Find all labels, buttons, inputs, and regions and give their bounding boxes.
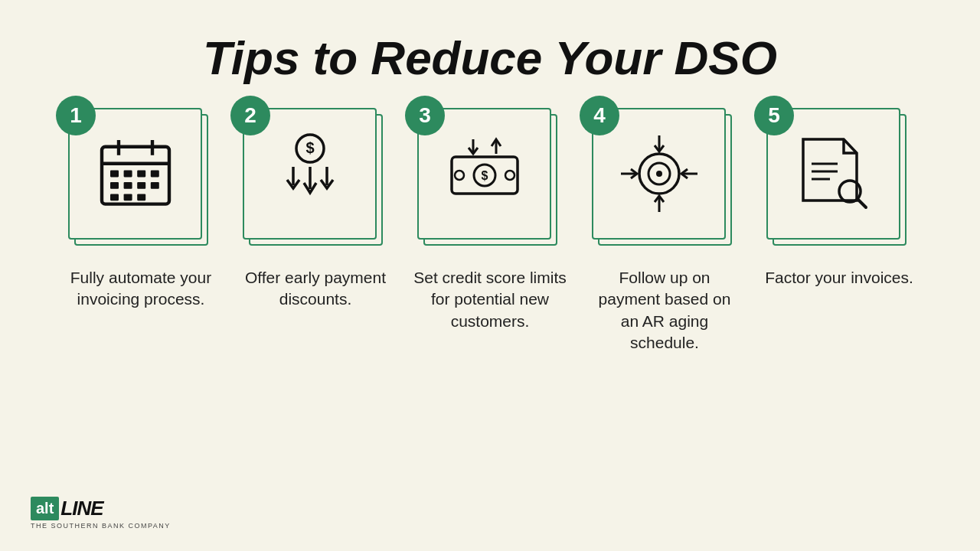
money-down-icon: $	[264, 128, 356, 220]
tip-card-2: 2 $	[243, 108, 388, 253]
tip-text-1: Fully automate your invoicing process.	[64, 267, 217, 311]
tip-item-4: 4	[584, 108, 745, 354]
svg-rect-10	[137, 182, 145, 189]
svg-rect-12	[110, 194, 119, 201]
target-icon	[613, 128, 705, 220]
tip-number-5: 5	[754, 96, 794, 135]
tip-card-4: 4	[592, 108, 737, 253]
svg-text:$: $	[481, 169, 488, 182]
tip-card-1: 1	[68, 108, 214, 253]
tip-number-2: 2	[230, 96, 270, 135]
tip-item-3: 3 $	[410, 108, 570, 332]
logo-area: alt LINE THE SOUTHERN BANK COMPANY	[31, 497, 171, 530]
money-flow-icon: $	[439, 128, 531, 220]
tip-item-1: 1	[60, 108, 221, 311]
tip-item-5: 5	[759, 108, 920, 289]
tip-card-5: 5	[766, 108, 912, 253]
svg-rect-11	[150, 182, 158, 189]
card-inner-3: 3 $	[417, 108, 551, 240]
logo-line: LINE	[60, 497, 103, 520]
svg-point-33	[656, 171, 662, 177]
tip-number-4: 4	[580, 96, 619, 135]
tip-number-1: 1	[56, 96, 96, 135]
svg-text:$: $	[305, 139, 314, 156]
logo-sub: THE SOUTHERN BANK COMPANY	[31, 522, 171, 530]
logo-box: alt LINE	[31, 497, 103, 520]
card-inner-4: 4	[592, 108, 726, 240]
svg-rect-9	[123, 182, 132, 189]
card-inner-1: 1	[68, 108, 202, 240]
svg-rect-7	[150, 171, 158, 178]
svg-rect-6	[137, 171, 145, 178]
tip-text-3: Set credit score limits for potential ne…	[413, 267, 567, 332]
svg-rect-14	[137, 194, 145, 201]
svg-rect-4	[110, 171, 119, 178]
logo-alt: alt	[31, 497, 59, 520]
svg-line-38	[858, 199, 866, 207]
card-inner-5: 5	[766, 108, 900, 240]
svg-point-25	[455, 171, 464, 180]
svg-rect-13	[123, 194, 132, 201]
page-title: Tips to Reduce Your DSO	[203, 31, 777, 85]
tip-number-3: 3	[405, 96, 445, 135]
svg-rect-8	[110, 182, 119, 189]
tip-item-2: 2 $	[235, 108, 396, 311]
tip-text-2: Offer early payment discounts.	[239, 267, 392, 311]
card-inner-2: 2 $	[243, 108, 377, 240]
tip-text-5: Factor your invoices.	[763, 267, 916, 289]
svg-point-26	[505, 171, 514, 180]
svg-rect-5	[123, 171, 132, 178]
tips-row: 1	[38, 108, 942, 354]
tip-card-3: 3 $	[417, 108, 563, 253]
tip-text-4: Follow up on payment based on an AR agin…	[588, 267, 741, 354]
calendar-icon	[90, 128, 181, 220]
invoice-search-icon	[788, 128, 880, 220]
